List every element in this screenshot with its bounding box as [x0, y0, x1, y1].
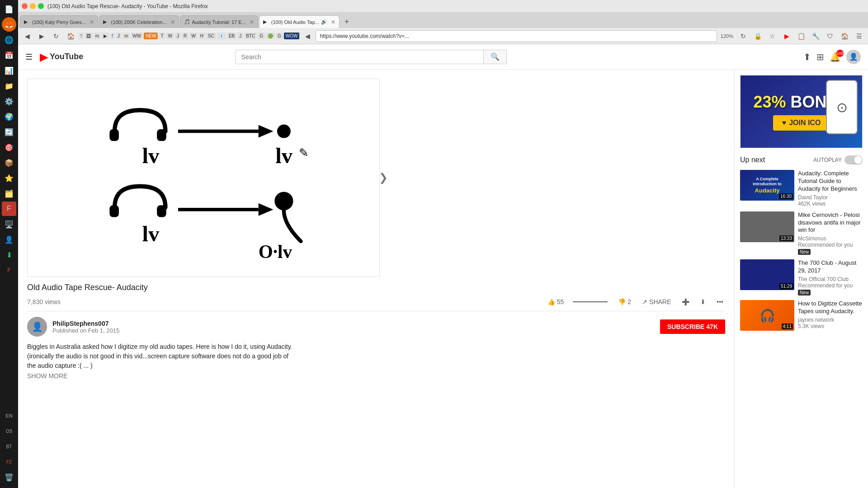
maximize-window-button[interactable] — [38, 3, 44, 9]
extend2[interactable]: 🛡 — [824, 30, 836, 42]
tab-3-close[interactable]: ✕ — [250, 19, 254, 25]
autoplay-toggle[interactable] — [844, 155, 863, 164]
os-icon-files[interactable]: 🗂️ — [2, 186, 16, 201]
bm-m[interactable]: m — [94, 33, 101, 39]
bm-t[interactable]: T — [159, 33, 165, 39]
bm-wow[interactable]: WOW — [284, 33, 300, 39]
menu-button[interactable]: ☰ — [853, 30, 865, 42]
bm-gt[interactable]: ▶ — [102, 33, 109, 39]
show-more-button[interactable]: SHOW MORE — [27, 372, 725, 380]
bm-j[interactable]: J — [116, 33, 122, 39]
tab-1-close[interactable]: ✕ — [90, 19, 94, 25]
bm-img[interactable]: 🖼 — [85, 33, 93, 39]
yt-logo[interactable]: ▶ YouTube — [40, 51, 83, 63]
channel-avatar[interactable]: 👤 — [27, 317, 47, 337]
os-icon-person[interactable]: 👤 — [2, 232, 16, 247]
os-icon-firefox[interactable]: 🦊 — [2, 17, 16, 32]
tab-4-close[interactable]: ✕ — [331, 19, 335, 25]
ad-image[interactable]: 23% BONUS ♥ JOIN ICO ⊙ — [741, 75, 862, 148]
upload-icon[interactable]: ⬆ — [803, 52, 811, 62]
os-icon-bt[interactable]: BT — [2, 439, 16, 454]
bm-g3[interactable]: G — [276, 33, 283, 39]
bm-j2[interactable]: J — [175, 33, 181, 39]
bm-w2[interactable]: W — [189, 33, 197, 39]
tab-2-close[interactable]: ✕ — [170, 19, 175, 25]
os-icon-en[interactable]: EN — [2, 408, 16, 423]
channel-name[interactable]: PhilipStephens007 — [52, 320, 655, 327]
bm-g2[interactable]: 🟢 — [266, 33, 275, 39]
bm-fb[interactable]: f — [110, 33, 115, 39]
close-window-button[interactable] — [22, 3, 28, 9]
notifications-icon[interactable]: 🔔 100 — [830, 52, 841, 62]
apps-icon[interactable]: ⊞ — [816, 52, 824, 62]
home-button[interactable]: 🏠 — [64, 30, 77, 42]
bookmark-star[interactable]: ☆ — [766, 30, 778, 42]
rec-card-700club[interactable]: 51:29 The 700 Club - August 29, 2017 The… — [740, 259, 863, 296]
bm-new[interactable]: NEW — [144, 33, 158, 39]
bm-h[interactable]: H — [198, 33, 205, 39]
yt-shortcut[interactable]: ▶ — [780, 30, 793, 42]
bm-j3[interactable]: J — [237, 33, 243, 39]
os-icon-filezilla[interactable]: FZ — [2, 455, 16, 469]
bm-m2[interactable]: m — [123, 33, 130, 39]
home2[interactable]: 🏠 — [838, 30, 851, 42]
share-button[interactable]: ↗ SHARE — [640, 296, 673, 307]
rec-card-audacity[interactable]: A Complete Introduction to Audacity 16:3… — [740, 170, 863, 207]
os-icon-settings[interactable]: ⚙️ — [2, 94, 16, 108]
bm-g[interactable]: G — [258, 33, 265, 39]
minimize-window-button[interactable] — [30, 3, 36, 9]
tab-4-mute-icon[interactable]: 🔊 — [321, 19, 327, 25]
dislike-button[interactable]: 👎 2 — [616, 296, 633, 307]
bm-eb[interactable]: EB — [227, 33, 236, 39]
os-icon-red[interactable]: F — [2, 202, 16, 216]
download-button[interactable]: ⬇ — [698, 296, 708, 307]
os-icon-globe2[interactable]: 🌍 — [2, 109, 16, 124]
bm-ww[interactable]: WW — [131, 33, 143, 39]
hamburger-menu[interactable]: ☰ — [25, 52, 33, 62]
search-button[interactable]: 🔍 — [483, 50, 507, 64]
add-to-button[interactable]: ➕ — [680, 296, 691, 307]
tab-4[interactable]: ▶ (100) Old Audio Tap... 🔊 ✕ — [259, 15, 340, 28]
scroll-arrow[interactable]: ❯ — [379, 171, 388, 184]
os-icon-charts[interactable]: 📊 — [2, 63, 16, 78]
os-icon-red2[interactable]: F — [2, 263, 16, 277]
search-input[interactable] — [236, 50, 483, 64]
os-icon-green[interactable]: ⬇ — [2, 248, 16, 262]
ssl-icon[interactable]: 🔒 — [751, 30, 764, 42]
rec-card-pelosi[interactable]: 13:33 Mike Cernovich - Pelosi disavows a… — [740, 211, 863, 255]
os-icon-calendar[interactable]: 📅 — [2, 48, 16, 62]
back-button[interactable]: ◀ — [21, 30, 33, 42]
refresh-button[interactable]: ↻ — [737, 30, 750, 42]
more-button[interactable]: ••• — [715, 296, 725, 307]
bm-w[interactable]: W — [166, 33, 174, 39]
reload-button[interactable]: ↻ — [50, 30, 62, 42]
new-tab-button[interactable]: + — [340, 15, 353, 28]
tab-3[interactable]: 🎵 Audacity Tutorial: 17 E... ✕ — [180, 15, 258, 28]
os-icon-trash[interactable]: 🗑️ — [2, 470, 16, 484]
back-arrow[interactable]: ◀ — [301, 30, 314, 42]
forward-button[interactable]: ▶ — [35, 30, 48, 42]
os-icon-openshot[interactable]: OS — [2, 424, 16, 438]
address-bar[interactable] — [316, 30, 717, 42]
os-icon-doc[interactable]: 📄 — [2, 2, 16, 16]
user-avatar[interactable]: 👤 — [846, 50, 861, 64]
bm-excl[interactable]: ! — [79, 33, 84, 39]
os-icon-star[interactable]: ⭐ — [2, 171, 16, 185]
bm-btc[interactable]: BTC — [244, 33, 257, 39]
subscribe-button[interactable]: SUBSCRIBE 47K — [660, 319, 725, 334]
rec-card-cassette[interactable]: 🎧 4:11 How to Digitize Cassette Tapes us… — [740, 300, 863, 331]
tab-1[interactable]: ▶ (100) Katy Perry Goes... ✕ — [20, 15, 98, 28]
tab-2[interactable]: ▶ (100) 200K Celebration... ✕ — [99, 15, 179, 28]
pocket-btn[interactable]: 📋 — [795, 30, 807, 42]
os-icon-folder[interactable]: 📁 — [2, 79, 16, 93]
ad-join-button[interactable]: ♥ JOIN ICO — [773, 115, 830, 131]
like-button[interactable]: 👍 55 — [546, 296, 566, 307]
bm-r[interactable]: R — [182, 33, 189, 39]
os-icon-apps[interactable]: 📦 — [2, 155, 16, 170]
os-icon-target[interactable]: 🎯 — [2, 140, 16, 155]
os-icon-web[interactable]: 🌐 — [2, 33, 16, 47]
video-frame[interactable]: lv lv ✎ — [27, 79, 380, 277]
bm-mail[interactable]: 📧 — [217, 33, 226, 39]
bm-sc[interactable]: SC — [206, 33, 216, 39]
os-icon-monitor[interactable]: 🖥️ — [2, 217, 16, 231]
